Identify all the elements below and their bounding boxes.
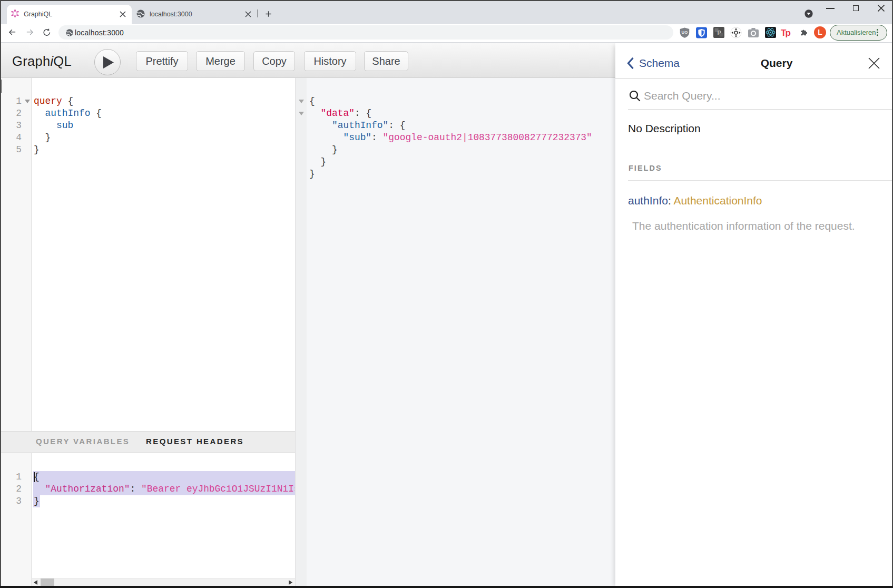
svg-text:UO: UO [682,30,688,35]
svg-text:P: P [718,30,722,36]
